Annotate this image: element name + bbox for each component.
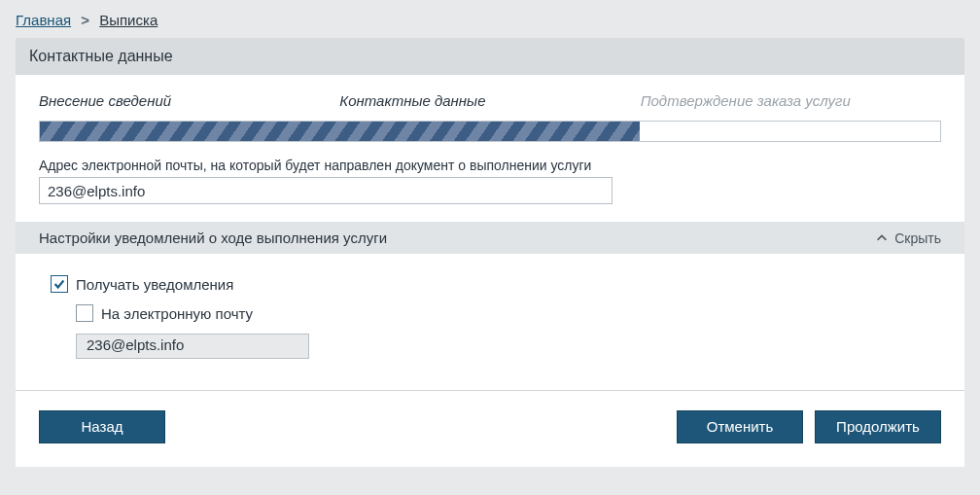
email-label: Адрес электронной почты, на который буде…: [39, 158, 941, 173]
chevron-up-icon: [875, 231, 889, 245]
wizard-steps: Внесение сведений Контактные данные Подт…: [39, 88, 941, 113]
notification-email-field: 236@elpts.info: [76, 334, 309, 359]
back-button[interactable]: Назад: [39, 410, 165, 443]
progress-empty: [640, 122, 940, 141]
check-icon: [52, 277, 66, 291]
card-title: Контактные данные: [16, 38, 964, 75]
notifications-section-header: Настройки уведомлений о ходе выполнения …: [16, 222, 964, 254]
by-email-label: На электронную почту: [101, 305, 253, 322]
contact-details-card: Контактные данные Внесение сведений Конт…: [16, 38, 964, 467]
wizard-step-1: Внесение сведений: [39, 88, 339, 113]
breadcrumb-current: Выписка: [99, 12, 158, 28]
continue-button[interactable]: Продолжить: [815, 410, 941, 443]
by-email-row: На электронную почту: [76, 304, 929, 322]
cancel-button[interactable]: Отменить: [677, 410, 803, 443]
footer-buttons: Назад Отменить Продолжить: [16, 390, 964, 449]
breadcrumb-home[interactable]: Главная: [16, 12, 71, 28]
wizard-step-2: Контактные данные: [339, 88, 640, 113]
notifications-section-title: Настройки уведомлений о ходе выполнения …: [39, 230, 387, 246]
breadcrumb: Главная > Выписка: [16, 12, 964, 28]
wizard-step-3: Подтверждение заказа услуги: [641, 88, 941, 113]
collapse-label: Скрыть: [894, 230, 941, 246]
email-input[interactable]: [39, 177, 612, 204]
progress-filled: [40, 122, 640, 141]
receive-notifications-label: Получать уведомления: [76, 276, 233, 293]
by-email-checkbox[interactable]: [76, 304, 93, 322]
wizard-progress: [39, 121, 941, 142]
receive-notifications-checkbox[interactable]: [51, 275, 68, 293]
breadcrumb-separator: >: [81, 12, 89, 28]
collapse-toggle[interactable]: Скрыть: [875, 230, 941, 246]
notifications-section-body: Получать уведомления На электронную почт…: [39, 254, 941, 382]
receive-notifications-row: Получать уведомления: [51, 275, 929, 293]
